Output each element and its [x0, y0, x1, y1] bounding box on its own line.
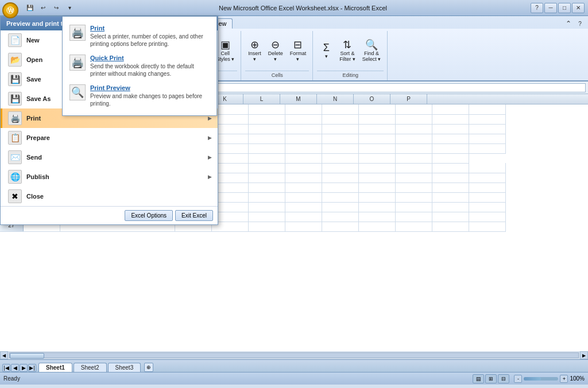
zoom-area: - + 100% — [514, 375, 585, 383]
find-icon: 🔍 — [365, 40, 378, 50]
close-menu-icon: ✖ — [8, 189, 22, 203]
delete-cells-btn[interactable]: ⊖ Delete▾ — [265, 38, 286, 64]
sheet-tab-sheet1[interactable]: Sheet1 — [38, 363, 72, 372]
exit-excel-btn[interactable]: Exit Excel — [175, 210, 213, 221]
quick-access-toolbar: 💾 ↩ ↪ ▾ — [24, 3, 75, 13]
sheet-next-btn[interactable]: ▶ — [20, 364, 28, 372]
window-title: New Microsoft Office Excel Worksheet.xls… — [75, 5, 531, 11]
menu-item-send[interactable]: ✉️ Send ▶ — [1, 148, 218, 167]
col-header-m[interactable]: M — [280, 94, 317, 104]
prepare-icon: 📋 — [8, 131, 22, 145]
zoom-level: 100% — [570, 375, 585, 382]
sheet-prev-btn[interactable]: ◀ — [11, 364, 19, 372]
sheet-last-btn[interactable]: ▶| — [28, 364, 36, 372]
menu-print-label: Print — [26, 115, 41, 122]
print-option-print-text: Print Select a printer, number of copies… — [90, 25, 210, 48]
find-select-btn[interactable]: 🔍 Find &Select ▾ — [359, 38, 384, 64]
menu-new-label: New — [26, 37, 40, 44]
editing-buttons: Σ ▾ ⇅ Sort &Filter ▾ 🔍 Find &Select ▾ — [317, 32, 384, 69]
dropdown-qa-btn[interactable]: ▾ — [64, 3, 75, 13]
cell-o15[interactable] — [432, 104, 469, 114]
zoom-out-btn[interactable]: - — [514, 375, 522, 383]
menu-save-label: Save — [26, 76, 41, 83]
zoom-in-btn[interactable]: + — [560, 375, 568, 383]
cell-n15[interactable] — [395, 104, 432, 114]
col-header-l[interactable]: L — [243, 94, 280, 104]
maximize-btn[interactable]: □ — [558, 3, 571, 13]
close-btn[interactable]: ✕ — [572, 3, 585, 13]
col-header-o[interactable]: O — [354, 94, 390, 104]
redo-btn[interactable]: ↪ — [51, 3, 62, 13]
ribbon-collapse-btn[interactable]: ⌃ — [563, 18, 574, 29]
menu-item-close[interactable]: ✖ Close — [1, 187, 218, 206]
menu-footer: Excel Options Exit Excel — [1, 206, 218, 224]
scroll-left-btn[interactable]: ◀ — [0, 351, 8, 359]
print-option-preview-text: Print Preview Preview and make changes t… — [90, 84, 210, 107]
menu-item-prepare[interactable]: 📋 Prepare ▶ — [1, 128, 218, 148]
cell-m15[interactable] — [358, 104, 395, 114]
horizontal-scrollbar[interactable]: ◀ ▶ — [0, 351, 588, 359]
sheet-first-btn[interactable]: |◀ — [2, 364, 10, 372]
minimize-btn[interactable]: ─ — [544, 3, 557, 13]
cell-p15[interactable] — [469, 104, 505, 114]
page-layout-view-btn[interactable]: ⊞ — [485, 374, 497, 383]
undo-btn[interactable]: ↩ — [37, 3, 49, 13]
open-icon: 📂 — [8, 53, 22, 67]
sheet-tab-sheet3[interactable]: Sheet3 — [108, 363, 141, 372]
print-option-print-icon: 🖨️ — [69, 25, 86, 41]
help-ribbon-btn[interactable]: ? — [574, 18, 586, 29]
save-quick-btn[interactable]: 💾 — [24, 3, 36, 13]
menu-item-publish[interactable]: 🌐 Publish ▶ — [1, 167, 218, 187]
hscroll-track[interactable] — [9, 352, 579, 358]
normal-view-btn[interactable]: ▤ — [473, 374, 484, 383]
zoom-slider[interactable] — [524, 377, 558, 381]
print-panel: 🖨️ Print Select a printer, number of cop… — [62, 16, 217, 116]
svg-text:W: W — [8, 7, 14, 14]
cell-k15[interactable] — [285, 104, 322, 114]
insert-icon: ⊕ — [250, 40, 259, 50]
cell-l15[interactable] — [322, 104, 358, 114]
cells-label: Cells — [245, 71, 309, 79]
print-option-print[interactable]: 🖨️ Print Select a printer, number of cop… — [67, 21, 212, 51]
col-header-p[interactable]: P — [390, 94, 427, 104]
ribbon-group-cells: ⊕ Insert▾ ⊖ Delete▾ ⊟ Format▾ Cells — [242, 31, 313, 80]
window-controls: ? ─ □ ✕ — [531, 3, 585, 13]
menu-open-label: Open — [26, 56, 42, 63]
sort-icon: ⇅ — [343, 40, 351, 50]
ribbon-group-editing: Σ ▾ ⇅ Sort &Filter ▾ 🔍 Find &Select ▾ Ed… — [314, 31, 388, 80]
excel-options-btn[interactable]: Excel Options — [125, 210, 173, 221]
menu-saveas-label: Save As — [26, 95, 51, 102]
statusbar: Ready ▤ ⊞ ⊟ - + 100% — [0, 372, 588, 385]
add-sheet-btn[interactable]: ⊕ — [144, 363, 153, 372]
help-btn[interactable]: ? — [531, 3, 543, 13]
new-icon: 📄 — [8, 33, 22, 47]
cell-j15[interactable] — [248, 104, 285, 114]
sort-filter-btn[interactable]: ⇅ Sort &Filter ▾ — [336, 38, 358, 64]
insert-cells-btn[interactable]: ⊕ Insert▾ — [245, 38, 264, 64]
scroll-right-btn[interactable]: ▶ — [580, 351, 588, 359]
print-option-quickprint-text: Quick Print Send the workbook directly t… — [90, 55, 210, 77]
page-break-view-btn[interactable]: ⊟ — [498, 374, 509, 383]
cells-buttons: ⊕ Insert▾ ⊖ Delete▾ ⊟ Format▾ — [245, 32, 309, 69]
titlebar: 💾 ↩ ↪ ▾ New Microsoft Office Excel Works… — [0, 0, 588, 16]
editing-label: Editing — [317, 71, 384, 79]
print-arrow: ▶ — [208, 115, 212, 121]
print-icon: 🖨️ — [8, 111, 22, 125]
format-icon: ⊟ — [293, 40, 302, 50]
office-button[interactable]: W — [2, 2, 18, 18]
col-header-n[interactable]: N — [317, 94, 354, 104]
publish-arrow: ▶ — [208, 174, 212, 180]
status-text: Ready — [3, 375, 20, 382]
format-cells-btn[interactable]: ⊟ Format▾ — [287, 38, 310, 64]
sigma-icon: Σ — [323, 42, 330, 53]
print-option-quickprint[interactable]: 🖨️ Quick Print Send the workbook directl… — [67, 51, 212, 81]
menu-prepare-label: Prepare — [26, 134, 50, 141]
hscroll-thumb[interactable] — [10, 353, 44, 359]
autosum-btn[interactable]: Σ ▾ — [317, 41, 335, 61]
preview-icon: 🔍 — [69, 84, 86, 100]
delete-icon: ⊖ — [271, 40, 280, 50]
sheet-tab-sheet2[interactable]: Sheet2 — [74, 363, 107, 372]
print-option-preview[interactable]: 🔍 Print Preview Preview and make changes… — [67, 81, 212, 111]
publish-icon: 🌐 — [8, 170, 22, 184]
new-sheet-area: ⊕ — [144, 363, 153, 372]
